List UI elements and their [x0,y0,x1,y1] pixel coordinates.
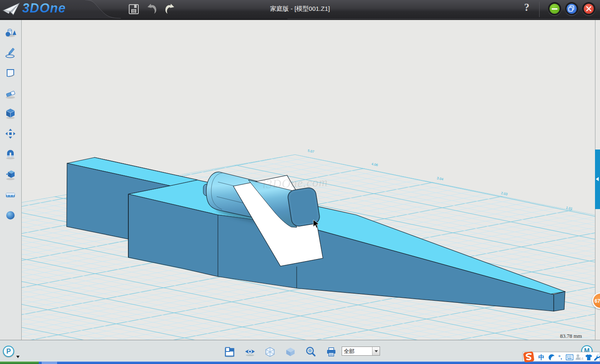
svg-text:1.01: 1.01 [566,206,573,211]
svg-text:5.07: 5.07 [308,149,315,154]
svg-text:4.06: 4.06 [371,162,379,167]
svg-text:i3DOne.com: i3DOne.com [262,175,328,191]
svg-text:2.03: 2.03 [501,191,508,196]
svg-text:3.04: 3.04 [437,176,444,181]
svg-text:83.78 mm: 83.78 mm [560,333,582,339]
svg-text:14: 14 [579,357,583,361]
